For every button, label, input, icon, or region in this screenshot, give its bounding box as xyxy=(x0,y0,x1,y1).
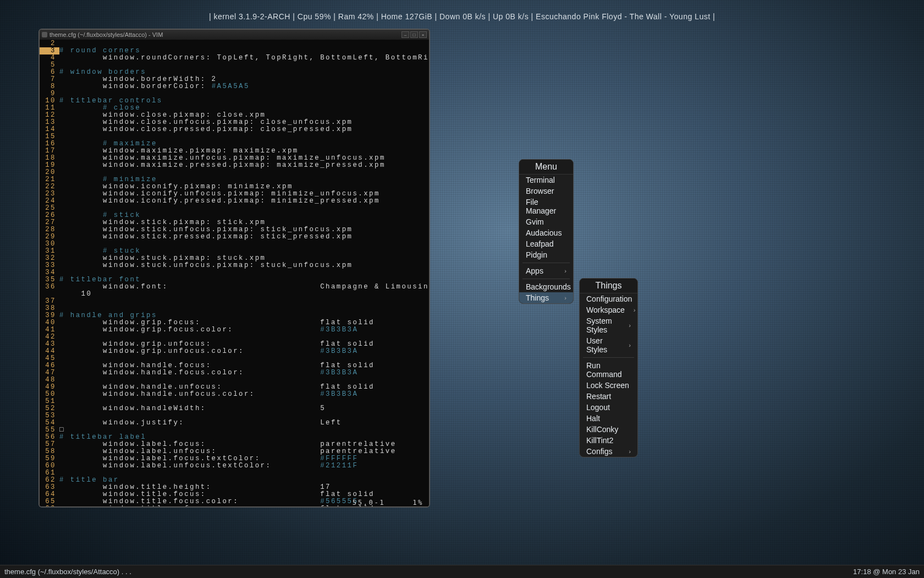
menu-item[interactable]: User Styles› xyxy=(580,335,637,355)
menu-item[interactable]: Apps› xyxy=(519,265,573,276)
menu-separator xyxy=(522,279,570,279)
window-icon xyxy=(42,32,47,37)
vim-line: 33 window.stuck.unfocus.pixmap: stuck_un… xyxy=(40,262,429,269)
window-title: theme.cfg (~/.fluxbox/styles/Attacco) - … xyxy=(50,31,163,38)
window-titlebar[interactable]: theme.cfg (~/.fluxbox/styles/Attacco) - … xyxy=(40,30,429,40)
minimize-button[interactable]: – xyxy=(402,31,409,38)
menu-item-label: Backgrounds xyxy=(526,282,571,291)
menu-item[interactable]: Restart xyxy=(580,391,637,402)
menu-item[interactable]: Lock Screen xyxy=(580,380,637,391)
maximize-button[interactable]: □ xyxy=(410,31,418,38)
vim-editor-body[interactable]: 23# round corners4 window.roundCorners: … xyxy=(40,40,429,506)
menu-separator xyxy=(583,357,634,358)
vim-line: 47 window.handle.focus.color: #3B3B3A xyxy=(40,369,429,377)
menu-item[interactable]: Workspace› xyxy=(580,304,637,315)
chevron-right-icon: › xyxy=(629,322,631,329)
vim-status-line: 55,0-1 1% xyxy=(40,499,429,506)
tint2-taskbar[interactable]: theme.cfg (~/.fluxbox/styles/Attacco) . … xyxy=(0,565,924,578)
vim-line: 10 xyxy=(40,291,429,298)
menu-item[interactable]: Pidgin xyxy=(519,249,573,260)
vim-line: 4 window.roundCorners: TopLeft, TopRight… xyxy=(40,54,429,62)
fluxbox-submenu-things[interactable]: Things Configuration›Workspace›System St… xyxy=(579,278,638,457)
vim-line: 44 window.grip.unfocus.color: #3B3B3A xyxy=(40,348,429,355)
menu-item[interactable]: KillConky xyxy=(580,424,637,435)
menu-item[interactable]: Run Command xyxy=(580,360,637,380)
chevron-right-icon: › xyxy=(564,268,566,274)
menu-item-label: Logout xyxy=(586,403,610,412)
menu-item[interactable]: Browser xyxy=(519,186,573,197)
menu-item-label: Terminal xyxy=(526,176,555,184)
vim-line: 29 window.stick.pressed.pixmap: stick_pr… xyxy=(40,233,429,241)
menu-item-label: Run Command xyxy=(586,361,631,379)
menu-item[interactable]: Leafpad xyxy=(519,238,573,249)
chevron-right-icon: › xyxy=(629,342,631,348)
menu-item[interactable]: Configuration› xyxy=(580,293,637,304)
menu-item-label: KillTint2 xyxy=(586,436,613,445)
vim-line: 37 xyxy=(40,298,429,305)
menu-item-label: Things xyxy=(526,293,549,302)
menu-item[interactable]: File Manager xyxy=(519,197,573,216)
menu-item-label: Leafpad xyxy=(526,239,554,248)
menu-item[interactable]: Logout xyxy=(580,402,637,413)
menu-item[interactable]: Halt xyxy=(580,413,637,424)
vim-line: 14 window.close.pressed.pixmap: close_pr… xyxy=(40,126,429,133)
vim-line: 36 window.font: Champagne & Limousines- xyxy=(40,283,429,291)
menu-item-label: Audacious xyxy=(526,228,562,237)
fluxbox-root-menu[interactable]: Menu TerminalBrowserFile ManagerGvimAuda… xyxy=(519,159,574,304)
menu-title: Things xyxy=(580,279,637,293)
conky-statusbar: | kernel 3.1.9-2-ARCH | Cpu 59% | Ram 42… xyxy=(0,12,924,21)
menu-separator xyxy=(522,263,570,263)
menu-item-label: Browser xyxy=(526,187,554,195)
vim-line: 24 window.iconify.pressed.pixmap: minimi… xyxy=(40,198,429,205)
menu-item-label: User Styles xyxy=(586,336,620,354)
menu-item-label: Restart xyxy=(586,392,611,401)
menu-item[interactable]: Audacious xyxy=(519,227,573,238)
close-button[interactable]: × xyxy=(419,31,427,38)
vim-line: 52 window.handleWidth: 5 xyxy=(40,405,429,412)
menu-item-label: Workspace xyxy=(586,306,625,314)
menu-item-label: Configuration xyxy=(586,295,632,303)
menu-item-label: File Manager xyxy=(526,198,566,215)
menu-title: Menu xyxy=(519,160,573,175)
vim-terminal-window[interactable]: theme.cfg (~/.fluxbox/styles/Attacco) - … xyxy=(38,29,430,508)
vim-line: 50 window.handle.unfocus.color: #3B3B3A xyxy=(40,391,429,398)
menu-item[interactable]: Configs› xyxy=(580,446,637,457)
menu-item[interactable]: Backgrounds› xyxy=(519,281,573,292)
vim-line: 60 window.label.unfocus.textColor: #2121… xyxy=(40,462,429,470)
vim-line: 54 window.justify: Left xyxy=(40,419,429,427)
chevron-right-icon: › xyxy=(629,448,631,455)
menu-item-label: Pidgin xyxy=(526,250,547,259)
menu-item-label: System Styles xyxy=(586,317,620,334)
vim-line: 8 window.borderColor: #A5A5A5 xyxy=(40,83,429,90)
vim-line: 19 window.maximize.pressed.pixmap: maxim… xyxy=(40,162,429,169)
vim-line: 41 window.grip.focus.color: #3B3B3A xyxy=(40,326,429,334)
chevron-right-icon: › xyxy=(564,295,566,301)
menu-item[interactable]: KillTint2 xyxy=(580,435,637,446)
menu-item[interactable]: Gvim xyxy=(519,216,573,227)
menu-item-label: Apps xyxy=(526,266,543,275)
menu-item[interactable]: Terminal xyxy=(519,175,573,186)
menu-item-label: Configs xyxy=(586,447,612,456)
taskbar-window-label[interactable]: theme.cfg (~/.fluxbox/styles/Attacco) . … xyxy=(4,568,131,576)
chevron-right-icon: › xyxy=(634,307,636,313)
taskbar-clock: 17:18 @ Mon 23 Jan xyxy=(853,568,920,576)
menu-item[interactable]: System Styles› xyxy=(580,315,637,335)
menu-item-label: Gvim xyxy=(526,217,544,226)
menu-item-label: KillConky xyxy=(586,425,618,434)
menu-item[interactable]: Things› xyxy=(519,292,573,303)
menu-item-label: Lock Screen xyxy=(586,381,629,390)
menu-item-label: Halt xyxy=(586,414,600,423)
